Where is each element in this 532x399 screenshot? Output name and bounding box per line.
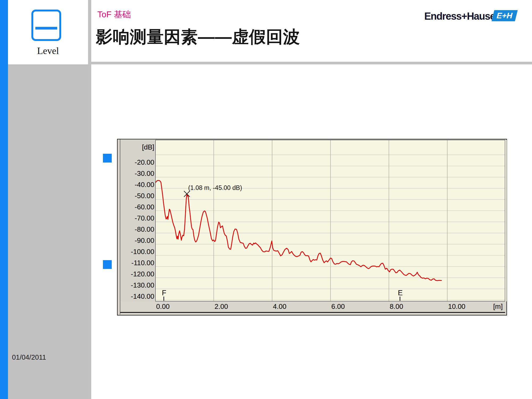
logo-badge-text: E+H: [492, 10, 518, 21]
y-tick-label: -120.00: [131, 271, 154, 277]
y-tick-label: -90.00: [135, 237, 154, 244]
accent-bar: [0, 0, 8, 399]
chart-splitter-bar[interactable]: [118, 139, 120, 314]
header-divider: [91, 62, 532, 64]
logo-wordmark: Endress+Hauser: [424, 11, 499, 22]
x-tick-label: 0.00: [156, 302, 170, 310]
y-tick-label: -30.00: [135, 170, 154, 177]
y-tick-label: -80.00: [135, 226, 154, 233]
x-axis-strip: 0.002.004.006.008.0010.00[m]: [120, 301, 505, 313]
plot-area: FE(1.08 m, -45.00 dB): [155, 140, 505, 301]
y-tick-label: -130.00: [131, 282, 154, 289]
plot-right-margin: [505, 140, 507, 301]
y-tick-label: -20.00: [135, 159, 154, 166]
y-tick-label: -110.00: [131, 259, 154, 266]
logo-badge-icon: E+H: [492, 10, 518, 21]
y-axis-unit: [dB]: [142, 144, 154, 151]
page-title: 影响测量因素——虚假回波: [96, 26, 300, 48]
sidebar-column: [8, 64, 88, 399]
echo-curve-window: [dB]-20.00-30.00-40.00-50.00-60.00-70.00…: [117, 139, 507, 315]
y-axis-gutter: [dB]-20.00-30.00-40.00-50.00-60.00-70.00…: [120, 139, 155, 314]
x-axis-unit: [m]: [493, 302, 503, 310]
echo-curve-plot: FE(1.08 m, -45.00 dB): [156, 140, 505, 301]
x-tick-label: 6.00: [331, 302, 345, 310]
slide-subtitle: ToF 基础: [97, 9, 131, 20]
y-tick-label: -140.00: [131, 293, 154, 300]
x-tick-label: 4.00: [273, 302, 286, 310]
bullet-square-2: [103, 260, 112, 269]
marker-label-F: F: [162, 289, 167, 297]
cursor-annotation: (1.08 m, -45.00 dB): [188, 184, 242, 191]
vertical-divider: [88, 0, 91, 399]
x-tick-label: 2.00: [215, 302, 228, 310]
y-tick-label: -100.00: [131, 248, 154, 255]
level-icon-fill-line: [35, 27, 57, 30]
x-tick-label: 10.00: [448, 302, 466, 310]
y-tick-label: -50.00: [135, 192, 154, 199]
slide-date: 01/04/2011: [12, 353, 46, 361]
y-tick-label: -60.00: [135, 203, 154, 210]
echo-curve: [156, 181, 442, 281]
y-tick-label: -40.00: [135, 181, 154, 188]
y-tick-label: -70.00: [135, 215, 154, 222]
x-tick-label: 8.00: [390, 302, 403, 310]
bullet-square-1: [103, 154, 112, 163]
level-icon: [31, 10, 61, 41]
marker-label-E: E: [398, 289, 403, 297]
sidebar-label: Level: [8, 45, 88, 56]
